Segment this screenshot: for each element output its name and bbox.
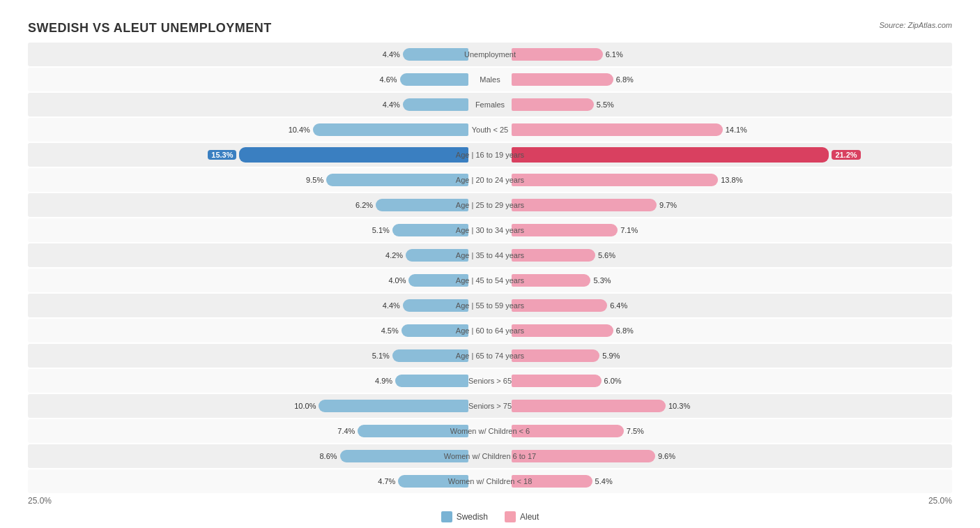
- left-bar-container: 7.4%: [28, 424, 468, 438]
- left-value: 4.9%: [372, 377, 392, 385]
- chart-body: 4.4% Unemployment 6.1% 4.6%: [28, 43, 952, 493]
- right-bar-container: 14.1%: [512, 123, 952, 137]
- bar-row: 4.4% Females 5.5%: [28, 93, 952, 116]
- right-value: 5.3%: [593, 276, 614, 285]
- right-value: 6.8%: [616, 326, 637, 335]
- bar-pink: [512, 349, 600, 362]
- bar-row: 4.4% Unemployment 6.1%: [28, 43, 952, 66]
- row-wrapper: 4.6% Males 6.8%: [28, 68, 952, 91]
- left-section: 9.5%: [28, 168, 471, 192]
- row-label: Age | 30 to 34 years: [456, 226, 524, 234]
- row-wrapper: 15.3% Age | 16 to 19 years 21.2%: [28, 143, 952, 167]
- left-bar-container: 5.1%: [28, 349, 468, 363]
- right-section: 5.5%: [509, 93, 952, 116]
- left-value: 10.4%: [289, 126, 310, 134]
- center-label-wrap: Seniors > 75: [471, 402, 508, 410]
- left-value: 4.4%: [379, 100, 400, 109]
- right-section: 9.7%: [509, 193, 952, 217]
- right-section: 6.8%: [509, 319, 952, 342]
- center-label-wrap: Females: [471, 100, 508, 109]
- center-label-wrap: Age | 55 to 59 years: [471, 301, 508, 310]
- center-label-wrap: Age | 45 to 54 years: [471, 276, 508, 285]
- bar-row: 4.4% Age | 55 to 59 years 6.4%: [28, 294, 952, 317]
- left-section: 15.3%: [28, 143, 471, 167]
- left-section: 5.1%: [28, 344, 471, 368]
- bar-row: 8.6% Women w/ Children 6 to 17 9.6%: [28, 444, 952, 468]
- right-section: 13.8%: [509, 168, 952, 192]
- legend-item: Swedish: [441, 511, 488, 522]
- center-label-wrap: Age | 35 to 44 years: [471, 251, 508, 259]
- bar-row: 4.6% Males 6.8%: [28, 68, 952, 91]
- bar-blue: [395, 375, 468, 387]
- bar-row: 7.4% Women w/ Children < 6 7.5%: [28, 419, 952, 443]
- bar-blue: [239, 147, 468, 163]
- row-label: Women w/ Children 6 to 17: [444, 452, 536, 460]
- right-section: 7.5%: [509, 419, 952, 443]
- row-label: Age | 65 to 74 years: [456, 352, 524, 360]
- row-wrapper: 4.0% Age | 45 to 54 years 5.3%: [28, 269, 952, 292]
- right-bar-container: 7.5%: [512, 424, 952, 438]
- left-bar-container: 5.1%: [28, 223, 468, 237]
- left-value: 6.2%: [352, 201, 373, 209]
- right-value: 9.7%: [659, 201, 680, 209]
- chart-header: Swedish vs Aleut Unemployment Source: Zi…: [28, 21, 952, 36]
- left-bar-container: 8.6%: [28, 449, 468, 463]
- legend-label: Aleut: [520, 512, 539, 522]
- row-wrapper: 4.4% Age | 55 to 59 years 6.4%: [28, 294, 952, 317]
- right-value: 13.8%: [721, 176, 742, 184]
- axis-left: 25.0%: [28, 496, 471, 506]
- row-label: Age | 16 to 19 years: [456, 151, 524, 159]
- row-wrapper: 4.5% Age | 60 to 64 years 6.8%: [28, 319, 952, 342]
- row-wrapper: 7.4% Women w/ Children < 6 7.5%: [28, 419, 952, 443]
- bar-blue: [376, 199, 468, 211]
- left-bar-container: 4.7%: [28, 474, 468, 488]
- row-label: Seniors > 65: [468, 377, 512, 385]
- row-label: Women w/ Children < 6: [450, 427, 530, 435]
- center-label-wrap: Age | 30 to 34 years: [471, 226, 508, 234]
- row-wrapper: 4.2% Age | 35 to 44 years 5.6%: [28, 243, 952, 267]
- right-section: 5.3%: [509, 269, 952, 292]
- bar-row: 10.0% Seniors > 75 10.3%: [28, 394, 952, 418]
- axis-right: 25.0%: [509, 496, 952, 506]
- right-bar-container: 5.4%: [512, 474, 952, 488]
- left-bar-container: 4.4%: [28, 299, 468, 312]
- right-section: 14.1%: [509, 118, 952, 142]
- left-value: 4.2%: [382, 251, 403, 259]
- left-section: 10.0%: [28, 394, 471, 418]
- row-wrapper: 6.2% Age | 25 to 29 years 9.7%: [28, 193, 952, 217]
- bar-row: 5.1% Age | 65 to 74 years 5.9%: [28, 344, 952, 368]
- left-section: 4.6%: [28, 68, 471, 91]
- row-label: Women w/ Children < 18: [448, 477, 533, 485]
- bar-pink: [512, 400, 666, 412]
- left-section: 4.4%: [28, 294, 471, 317]
- row-wrapper: 8.6% Women w/ Children 6 to 17 9.6%: [28, 444, 952, 468]
- left-section: 5.1%: [28, 218, 471, 242]
- right-value: 6.1%: [606, 50, 627, 59]
- right-section: 6.8%: [509, 68, 952, 91]
- bar-row: 4.7% Women w/ Children < 18 5.4%: [28, 469, 952, 493]
- left-section: 4.5%: [28, 319, 471, 342]
- bar-blue: [400, 73, 469, 86]
- bar-row: 4.9% Seniors > 65 6.0%: [28, 369, 952, 393]
- axis-row: 25.0% 25.0%: [28, 496, 952, 506]
- left-section: 6.2%: [28, 193, 471, 217]
- right-value: 5.6%: [598, 251, 619, 259]
- left-section: 4.4%: [28, 93, 471, 116]
- chart-source: Source: ZipAtlas.com: [879, 21, 952, 29]
- bar-row: 6.2% Age | 25 to 29 years 9.7%: [28, 193, 952, 217]
- right-bar-container: 7.1%: [512, 223, 952, 237]
- row-label: Age | 45 to 54 years: [456, 276, 524, 285]
- left-bar-container: 4.6%: [28, 73, 468, 86]
- row-wrapper: 4.9% Seniors > 65 6.0%: [28, 369, 952, 393]
- left-bar-container: 4.9%: [28, 374, 468, 388]
- right-bar-container: 6.8%: [512, 324, 952, 338]
- bar-blue: [403, 98, 469, 111]
- row-wrapper: 4.4% Unemployment 6.1%: [28, 43, 952, 66]
- right-section: 7.1%: [509, 218, 952, 242]
- right-bar-container: 5.9%: [512, 349, 952, 363]
- chart-title: Swedish vs Aleut Unemployment: [28, 21, 272, 36]
- center-label-wrap: Women w/ Children 6 to 17: [471, 452, 508, 460]
- legend-item: Aleut: [505, 511, 539, 522]
- right-section: 21.2%: [509, 143, 952, 167]
- bar-pink: [512, 73, 613, 86]
